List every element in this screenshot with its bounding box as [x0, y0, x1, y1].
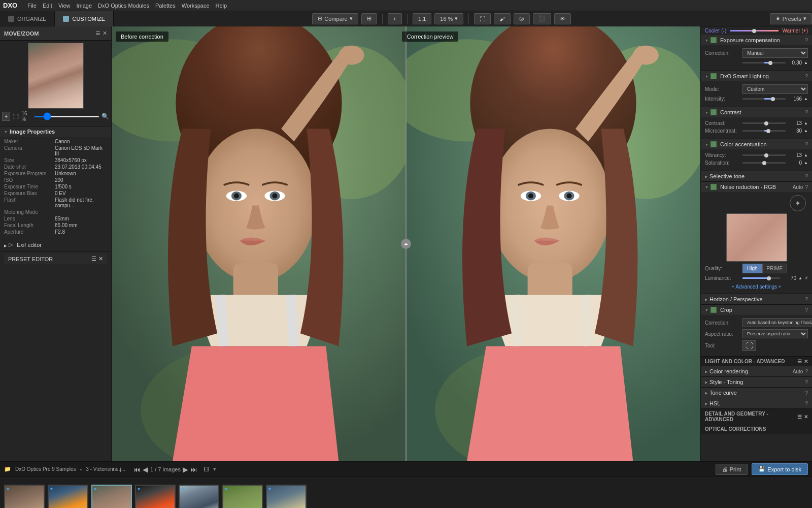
vibrancy-slider[interactable] [742, 154, 786, 156]
tab-organize[interactable]: ORGANIZE [0, 11, 55, 26]
color-rendering-help[interactable]: ? [805, 369, 808, 374]
exposure-slider[interactable] [742, 62, 786, 64]
luminance-up-icon[interactable]: ▲ [798, 276, 802, 280]
smart-lighting-up-icon[interactable]: ▲ [804, 97, 808, 101]
lca-menu-icon[interactable]: ☰ [797, 359, 802, 364]
exposure-check[interactable] [710, 37, 717, 43]
tab-customize[interactable]: CUSTOMIZE [55, 11, 114, 26]
presets-button[interactable]: ★ Presets ▾ [770, 13, 812, 24]
menu-help[interactable]: Help [216, 3, 227, 9]
eye-tool[interactable]: 👁 [554, 13, 571, 24]
color-accent-help[interactable]: ? [805, 142, 808, 147]
filmstrip-item-4[interactable]: ★ 4 - Fire-eater.cr2 [135, 485, 176, 509]
hsl-header[interactable]: HSL ? [701, 398, 812, 408]
filmstrip-item-7[interactable]: ★ 7 - Ruegen Pier.nef [266, 485, 307, 509]
luminance-reset-icon[interactable]: ↺ [804, 276, 808, 280]
saturation-slider[interactable] [742, 162, 786, 164]
contrast-slider[interactable] [742, 122, 786, 124]
noise-help[interactable]: ? [805, 184, 808, 190]
crop-header[interactable]: Crop ? [701, 305, 812, 315]
crop-correction-dropdown[interactable]: Auto based on keystoning / horiz [742, 318, 812, 327]
crop-tool-button[interactable]: ⛶ [742, 340, 756, 351]
temperature-slider[interactable] [730, 30, 778, 31]
smart-lighting-help[interactable]: ? [805, 74, 808, 79]
noise-target[interactable]: ✦ [790, 195, 806, 211]
tone-curve-help[interactable]: ? [805, 390, 808, 396]
luminance-slider[interactable] [742, 277, 780, 279]
lca-close-icon[interactable]: ✕ [804, 359, 808, 364]
contrast-header[interactable]: Contrast ? [701, 107, 812, 117]
zoom-1-1[interactable]: 1:1 [413, 13, 431, 24]
smart-lighting-check[interactable] [710, 73, 717, 79]
filmstrip-item-1[interactable]: ★ 1 - Helene.jpg [4, 485, 45, 509]
noise-reduction-header[interactable]: Noise reduction - RGB Auto ? [701, 182, 812, 192]
spot-tool[interactable]: ◎ [514, 13, 530, 24]
paint-tool[interactable]: 🖌 [494, 13, 511, 24]
exposure-compensation-header[interactable]: Exposure compensation ? [701, 35, 812, 45]
zoom-percent[interactable]: 16 % ▾ [434, 13, 463, 24]
export-to-disk-button[interactable]: 💾 Export to disk [752, 463, 808, 475]
saturation-up-icon[interactable]: ▲ [804, 161, 808, 165]
nav-last-button[interactable]: ⏭ [190, 465, 197, 473]
zoom-in-button[interactable]: + [2, 112, 10, 121]
menu-edit[interactable]: Edit [43, 3, 52, 9]
exif-header[interactable]: ▷ Exif editor [4, 240, 107, 249]
movezoom-menu-icon[interactable]: ☰ [95, 30, 100, 37]
zoom-search-icon[interactable]: 🔍 [101, 113, 109, 120]
menu-view[interactable]: View [58, 3, 71, 9]
microcontrast-slider[interactable] [742, 130, 786, 132]
menu-file[interactable]: File [27, 3, 37, 9]
crop-aspect-dropdown[interactable]: Preserve aspect ratio [742, 329, 808, 338]
tone-curve-header[interactable]: Tone curve ? [701, 388, 812, 398]
crop-tool[interactable]: ⛶ [474, 13, 491, 24]
image-properties-header[interactable]: Image Properties [0, 126, 111, 137]
movezoom-panel-header[interactable]: MOVE/ZOOM ☰ ✕ [0, 26, 111, 41]
hsl-help[interactable]: ? [805, 401, 808, 406]
color-accent-check[interactable] [710, 141, 717, 147]
filmstrip-item-5[interactable]: ★ 5 - Stockholm.jpg [179, 485, 219, 509]
quality-high-button[interactable]: High [742, 264, 762, 273]
preset-menu-icon[interactable]: ☰ [91, 256, 96, 262]
color-accentuation-header[interactable]: Color accentuation ? [701, 139, 812, 149]
style-toning-help[interactable]: ? [805, 379, 808, 385]
selective-tone-header[interactable]: Selective tone ? [701, 171, 812, 181]
filmstrip-item-6[interactable]: ★ 6 - Ladybird.jpg [222, 485, 263, 509]
print-button[interactable]: 🖨 Print [716, 464, 748, 475]
quality-prime-button[interactable]: PRIME [762, 264, 788, 273]
movezoom-close-icon[interactable]: ✕ [103, 30, 107, 37]
menu-dxo-optics[interactable]: DxO Optics Modules [98, 3, 149, 9]
menu-image[interactable]: Image [77, 3, 92, 9]
horizon-help[interactable]: ? [805, 297, 808, 302]
cooler-label[interactable]: Cooler (-) [705, 28, 726, 34]
dga-menu-icon[interactable]: ☰ [797, 414, 802, 420]
filmstrip-item-2[interactable]: ★ 2 - Bosque Sunrise.nef [48, 485, 88, 509]
color-rendering-header[interactable]: Color rendering Auto ? [701, 366, 812, 376]
horizon-perspective-header[interactable]: Horizon / Perspective ? [701, 294, 812, 304]
preset-editor-header[interactable]: PRESET EDITOR ☰ ✕ [4, 253, 107, 264]
horizon-tool[interactable]: ⬛ [533, 13, 551, 24]
exposure-help[interactable]: ? [805, 38, 808, 43]
grid-button[interactable]: ⊞ [361, 13, 377, 24]
contrast-help[interactable]: ? [805, 110, 808, 115]
filmstrip-item-3[interactable]: ★ 3 - Victorienne.j... [91, 485, 132, 509]
warmer-label[interactable]: Warmer (+) [783, 28, 808, 34]
smart-lighting-header[interactable]: DxO Smart Lighting ? [701, 71, 812, 81]
compare-button[interactable]: ⊞ Compare ▾ [312, 13, 358, 24]
microcontrast-up-icon[interactable]: ▲ [804, 129, 808, 133]
preset-close-icon[interactable]: ✕ [98, 256, 103, 262]
smart-lighting-slider[interactable] [742, 98, 786, 100]
crop-check[interactable] [710, 307, 717, 313]
crop-help[interactable]: ? [805, 307, 808, 313]
dga-close-icon[interactable]: ✕ [804, 414, 808, 420]
style-toning-header[interactable]: Style - Toning ? [701, 377, 812, 387]
zoom-slider[interactable] [34, 116, 99, 117]
vibrancy-up-icon[interactable]: ▲ [804, 153, 808, 157]
nav-next-button[interactable]: ▶ [183, 465, 188, 473]
exposure-correction-dropdown[interactable]: Manual [742, 48, 808, 58]
menu-workspace[interactable]: Workspace [182, 3, 210, 9]
noise-check[interactable] [710, 184, 717, 190]
exposure-up-icon[interactable]: ▲ [804, 60, 808, 65]
nav-prev-button[interactable]: ◀ [143, 465, 148, 473]
smart-lighting-mode-dropdown[interactable]: Custom [742, 84, 808, 94]
contrast-check[interactable] [710, 109, 717, 115]
